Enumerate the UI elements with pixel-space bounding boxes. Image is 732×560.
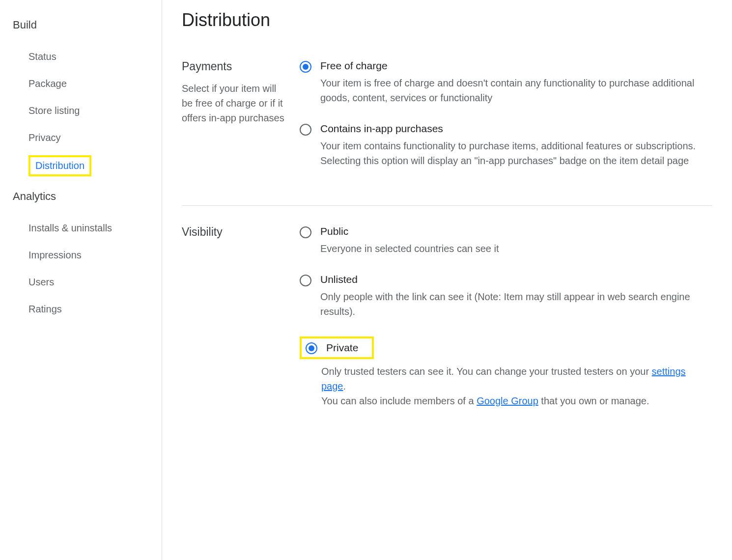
radio-private[interactable] [306,342,317,354]
payments-description: Select if your item will be free of char… [182,81,290,125]
nav-item-status[interactable]: Status [28,43,56,70]
payments-option-iap-title: Contains in-app purchases [320,123,712,135]
main-content: Distribution Payments Select if your ite… [162,0,732,560]
page-title: Distribution [182,10,712,30]
nav-section-header-analytics: Analytics [13,190,162,203]
nav-section-build: Build Status Package Store listing Priva… [13,19,162,180]
radio-unlisted[interactable] [300,275,311,286]
visibility-option-private[interactable]: Private Only trusted testers can see it.… [300,336,712,408]
private-sub-text-2: . [343,381,346,392]
private-sub-text-3: You can also include members of a [321,395,477,406]
visibility-option-private-sub: Only trusted testers can see it. You can… [321,364,712,408]
sidebar: Build Status Package Store listing Priva… [0,0,162,560]
visibility-option-unlisted-title: Unlisted [320,274,712,285]
nav-item-distribution[interactable]: Distribution [28,155,91,176]
visibility-option-unlisted[interactable]: Unlisted Only people with the link can s… [300,274,712,319]
nav-item-privacy[interactable]: Privacy [28,124,61,151]
google-group-link[interactable]: Google Group [477,395,538,406]
radio-iap[interactable] [300,124,311,136]
private-sub-text-1: Only trusted testers can see it. You can… [321,366,652,377]
nav-section-analytics: Analytics Installs & uninstalls Impressi… [13,190,162,323]
payments-option-iap[interactable]: Contains in-app purchases Your item cont… [300,123,712,168]
visibility-heading: Visibility [182,225,290,239]
radio-free[interactable] [300,61,311,73]
payments-heading: Payments [182,60,290,73]
nav-section-header-build: Build [13,19,162,31]
private-sub-text-4: that you own or manage. [538,395,649,406]
payments-option-iap-sub: Your item contains functionality to purc… [320,139,712,168]
payments-option-free[interactable]: Free of charge Your item is free of char… [300,60,712,105]
nav-item-ratings[interactable]: Ratings [28,296,62,323]
visibility-option-public[interactable]: Public Everyone in selected countries ca… [300,225,712,256]
payments-option-free-title: Free of charge [320,60,712,72]
radio-public[interactable] [300,226,311,238]
visibility-option-unlisted-sub: Only people with the link can see it (No… [320,289,712,319]
visibility-option-public-title: Public [320,225,712,237]
nav-item-users[interactable]: Users [28,269,54,296]
payments-section: Payments Select if your item will be fre… [182,60,712,205]
visibility-option-private-title: Private [326,342,358,354]
visibility-option-public-sub: Everyone in selected countries can see i… [320,241,712,256]
visibility-section: Visibility Public Everyone in selected c… [182,205,712,446]
private-highlight: Private [300,336,374,359]
payments-option-free-sub: Your item is free of charge and doesn't … [320,76,712,105]
nav-item-package[interactable]: Package [28,70,67,97]
nav-item-store-listing[interactable]: Store listing [28,97,80,124]
nav-item-impressions[interactable]: Impressions [28,242,82,269]
nav-item-installs[interactable]: Installs & uninstalls [28,215,112,242]
